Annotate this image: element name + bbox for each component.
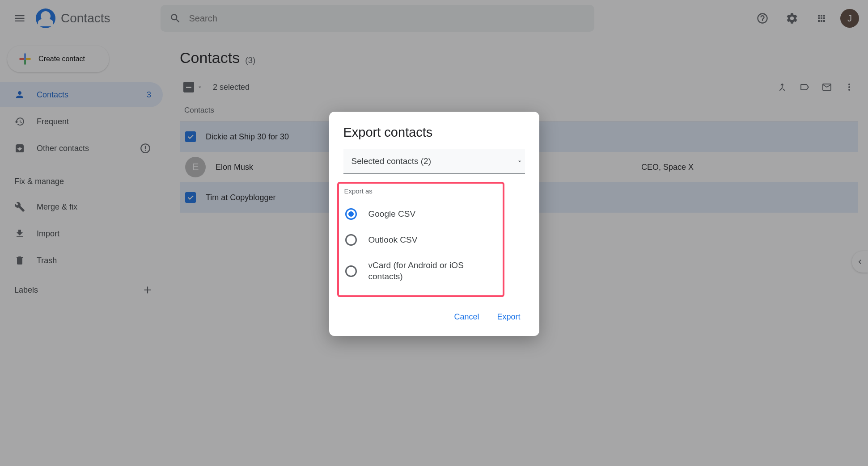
dialog-actions: Cancel Export <box>329 297 539 326</box>
export-dialog: Export contacts Selected contacts (2) Ex… <box>329 112 539 336</box>
dialog-title: Export contacts <box>329 125 539 149</box>
radio-outlook-csv[interactable]: Outlook CSV <box>344 227 497 253</box>
radio-label: Google CSV <box>368 209 416 220</box>
select-value: Selected contacts (2) <box>351 156 431 166</box>
radio-input[interactable] <box>345 265 357 277</box>
radio-input[interactable] <box>345 208 357 220</box>
radio-label: Outlook CSV <box>368 235 418 246</box>
contacts-select[interactable]: Selected contacts (2) <box>343 149 525 174</box>
export-button[interactable]: Export <box>491 308 526 326</box>
radio-vcard[interactable]: vCard (for Android or iOS contacts) <box>344 253 497 289</box>
radio-google-csv[interactable]: Google CSV <box>344 201 497 227</box>
export-as-highlight: Export as Google CSV Outlook CSV vCard (… <box>337 182 504 297</box>
caret-down-icon <box>516 158 523 165</box>
modal-overlay[interactable]: Export contacts Selected contacts (2) Ex… <box>0 0 868 466</box>
radio-input[interactable] <box>345 234 357 246</box>
export-as-label: Export as <box>344 187 497 195</box>
cancel-button[interactable]: Cancel <box>448 308 485 326</box>
radio-label: vCard (for Android or iOS contacts) <box>368 260 496 282</box>
